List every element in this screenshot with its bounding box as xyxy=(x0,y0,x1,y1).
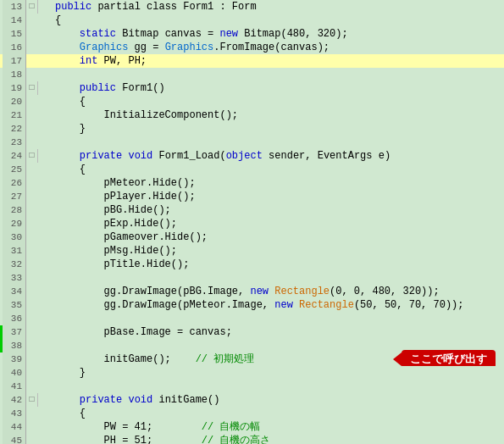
code-text: pPlayer.Hide(); xyxy=(50,190,504,203)
code-line: 20 { xyxy=(0,95,504,108)
code-text: pGameover.Hide(); xyxy=(50,230,504,244)
line-number: 14 xyxy=(3,14,26,27)
code-line: 21 InitializeComponent(); xyxy=(0,108,504,122)
code-text: pMsg.Hide(); xyxy=(50,244,504,258)
line-number: 31 xyxy=(3,244,26,258)
code-line: 19□ public Form1() xyxy=(0,81,504,95)
line-number: 43 xyxy=(3,407,26,420)
code-text: static Bitmap canvas = new Bitmap(480, 3… xyxy=(50,27,504,41)
line-number: 44 xyxy=(3,420,26,434)
code-text: } xyxy=(50,366,504,380)
code-line: 18 xyxy=(0,68,504,81)
code-line: 15 static Bitmap canvas = new Bitmap(480… xyxy=(0,27,504,41)
code-line: 45 PH = 51; // 自機の高さ xyxy=(0,434,504,444)
code-text: pExp.Hide(); xyxy=(50,217,504,230)
code-line: 34 gg.DrawImage(pBG.Image, new Rectangle… xyxy=(0,285,504,298)
line-number: 22 xyxy=(3,122,26,136)
code-text: InitializeComponent(); xyxy=(50,108,504,122)
code-line: 14{ xyxy=(0,14,504,27)
code-text: pMeteor.Hide(); xyxy=(50,176,504,190)
code-line: 40 } xyxy=(0,366,504,380)
code-text: PH = 51; // 自機の高さ xyxy=(50,434,504,444)
line-number: 24 xyxy=(3,149,26,163)
code-line: 27 pPlayer.Hide(); xyxy=(0,190,504,203)
code-line: 44 PW = 41; // 自機の幅 xyxy=(0,420,504,434)
code-text: gg.DrawImage(pMeteor.Image, new Rectangl… xyxy=(50,298,504,312)
line-number: 33 xyxy=(3,271,26,285)
code-line: 30 pGameover.Hide(); xyxy=(0,230,504,244)
code-line: 13□public partial class Form1 : Form xyxy=(0,0,504,14)
code-line: 24□ private void Form1_Load(object sende… xyxy=(0,149,504,163)
line-number: 16 xyxy=(3,41,26,54)
line-number: 42 xyxy=(3,393,26,407)
line-number: 36 xyxy=(3,312,26,325)
code-line: 39 initGame(); // 初期処理ここで呼び出す xyxy=(0,352,504,366)
line-number: 15 xyxy=(3,27,26,41)
code-text: } xyxy=(50,122,504,136)
code-lines: 13□public partial class Form1 : Form14{1… xyxy=(0,0,504,444)
code-text: gg.DrawImage(pBG.Image, new Rectangle(0,… xyxy=(50,285,504,298)
code-text: pBase.Image = canvas; xyxy=(50,325,504,339)
code-line: 43 { xyxy=(0,407,504,420)
line-number: 27 xyxy=(3,190,26,203)
line-number: 26 xyxy=(3,176,26,190)
fold-indicator[interactable]: □ xyxy=(26,81,38,95)
code-text: { xyxy=(50,163,504,176)
line-number: 19 xyxy=(3,81,26,95)
line-number: 41 xyxy=(3,380,26,393)
code-text: pBG.Hide(); xyxy=(50,203,504,217)
line-number: 38 xyxy=(3,339,26,352)
code-line: 22 } xyxy=(0,122,504,136)
code-line: 16 Graphics gg = Graphics.FromImage(canv… xyxy=(0,41,504,54)
line-number: 32 xyxy=(3,258,26,271)
code-line: 32 pTitle.Hide(); xyxy=(0,258,504,271)
code-line: 35 gg.DrawImage(pMeteor.Image, new Recta… xyxy=(0,298,504,312)
code-line: 37 pBase.Image = canvas; xyxy=(0,325,504,339)
line-number: 18 xyxy=(3,68,26,81)
line-number: 13 xyxy=(3,0,26,14)
line-number: 45 xyxy=(3,434,26,444)
code-text: public Form1() xyxy=(50,81,504,95)
code-line: 29 pExp.Hide(); xyxy=(0,217,504,230)
code-text: Graphics gg = Graphics.FromImage(canvas)… xyxy=(50,41,504,54)
fold-indicator[interactable]: □ xyxy=(26,393,38,407)
code-editor: 13□public partial class Form1 : Form14{1… xyxy=(0,0,504,444)
line-number: 28 xyxy=(3,203,26,217)
code-text: public partial class Form1 : Form xyxy=(50,0,504,14)
code-text: private void Form1_Load(object sender, E… xyxy=(50,149,504,163)
line-number: 21 xyxy=(3,108,26,122)
code-text: { xyxy=(50,95,504,108)
code-line: 31 pMsg.Hide(); xyxy=(0,244,504,258)
line-number: 30 xyxy=(3,230,26,244)
line-number: 34 xyxy=(3,285,26,298)
line-number: 29 xyxy=(3,217,26,230)
code-line: 41 xyxy=(0,380,504,393)
code-line: 23 xyxy=(0,136,504,149)
fold-indicator[interactable]: □ xyxy=(26,149,38,163)
fold-indicator[interactable]: □ xyxy=(26,0,38,14)
code-line: 17 int PW, PH; xyxy=(0,54,504,68)
code-line: 33 xyxy=(0,271,504,285)
code-line: 42□ private void initGame() xyxy=(0,393,504,407)
line-number: 17 xyxy=(3,54,26,68)
code-text: private void initGame() xyxy=(50,393,504,407)
code-line: 28 pBG.Hide(); xyxy=(0,203,504,217)
line-number: 35 xyxy=(3,298,26,312)
code-text: pTitle.Hide(); xyxy=(50,258,504,271)
line-number: 23 xyxy=(3,136,26,149)
line-number: 25 xyxy=(3,163,26,176)
code-line: 36 xyxy=(0,312,504,325)
line-number: 39 xyxy=(3,352,26,366)
code-text: { xyxy=(50,407,504,420)
code-text: PW = 41; // 自機の幅 xyxy=(50,420,504,434)
code-line: 25 { xyxy=(0,163,504,176)
code-text: int PW, PH; xyxy=(50,54,504,68)
code-text: { xyxy=(50,14,504,27)
line-number: 37 xyxy=(3,325,26,339)
code-line: 26 pMeteor.Hide(); xyxy=(0,176,504,190)
line-number: 20 xyxy=(3,95,26,108)
line-number: 40 xyxy=(3,366,26,380)
